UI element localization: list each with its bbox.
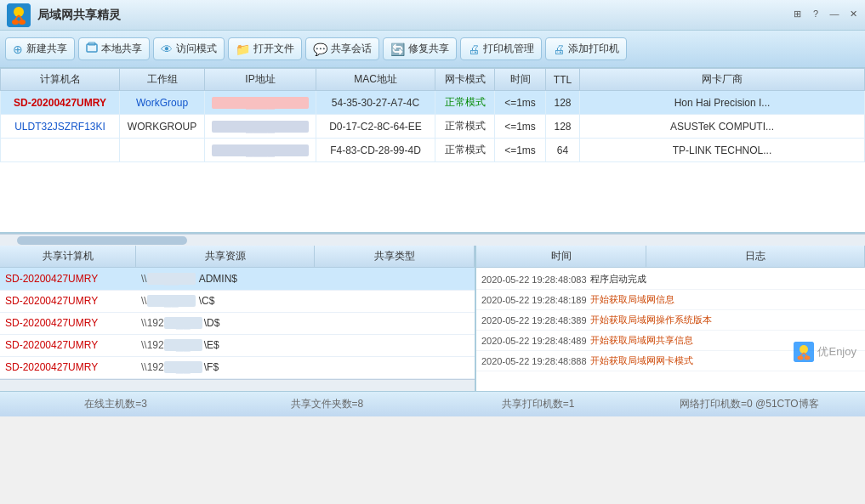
printer-mgmt-button[interactable]: 🖨 打印机管理 [460, 37, 542, 60]
add-printer-icon: 🖨 [553, 42, 565, 56]
share-row[interactable]: SD-20200427UMRY \\██ADMIN$ [0, 268, 475, 290]
local-share-icon [86, 42, 98, 56]
lower-left-header: 共享计算机 共享资源 共享类型 [0, 246, 475, 268]
col-mode: 网卡模式 [435, 69, 495, 91]
cell-mode: 正常模式 [435, 115, 495, 139]
share-type [315, 312, 475, 334]
table-header-row: 计算机名 工作组 IP地址 MAC地址 网卡模式 时间 TTL 网卡厂商 [1, 69, 865, 91]
lower-left-hscroll[interactable] [0, 379, 475, 391]
header-shared-computer: 共享计算机 [0, 246, 136, 267]
upper-hscroll[interactable] [0, 234, 865, 246]
access-mode-icon: 👁 [161, 42, 173, 56]
lower-right-header: 时间 日志 [476, 246, 865, 268]
cell-time: <=1ms [495, 115, 546, 139]
header-time: 时间 [476, 246, 646, 267]
cell-computer [1, 139, 120, 162]
share-session-label: 共享会话 [331, 42, 372, 56]
share-computer: SD-20200427UMRY [0, 356, 136, 378]
lower-left-scroll[interactable]: SD-20200427UMRY \\██ADMIN$ SD-20200427UM… [0, 268, 475, 379]
table-row[interactable]: ULDT32JSZRF13KI WORKGROUP ████ D0-17-C2-… [1, 115, 865, 139]
log-container[interactable]: 2020-05-22 19:28:48:083 程序启动完成 2020-05-2… [476, 268, 865, 391]
col-time: 时间 [495, 69, 546, 91]
new-share-button[interactable]: ⊕ 新建共享 [5, 37, 75, 60]
watermark-logo [794, 342, 814, 362]
printer-mgmt-label: 打印机管理 [483, 42, 534, 56]
printer-mgmt-icon: 🖨 [468, 42, 480, 56]
log-message: 开始获取局域网操作系统版本 [590, 314, 860, 326]
cell-ttl: 128 [546, 115, 580, 139]
local-share-button[interactable]: 本地共享 [78, 37, 150, 60]
add-printer-button[interactable]: 🖨 添加打印机 [545, 37, 627, 60]
share-session-icon: 💬 [313, 42, 327, 56]
share-resource: \\192██\D$ [136, 312, 315, 334]
share-computer: SD-20200427UMRY [0, 290, 136, 312]
cell-time: <=1ms [495, 91, 546, 115]
table-row[interactable]: SD-20200427UMRY WorkGroup ████ 54-35-30-… [1, 91, 865, 115]
share-type [315, 356, 475, 378]
minimize-button[interactable]: — [826, 5, 843, 22]
upper-table-container: 计算机名 工作组 IP地址 MAC地址 网卡模式 时间 TTL 网卡厂商 SD-… [0, 68, 865, 234]
log-entry: 2020-05-22 19:28:48:189 开始获取局域网信息 [476, 290, 865, 310]
log-message: 程序启动完成 [590, 273, 860, 286]
share-type [315, 268, 475, 290]
cell-ip: ████ [205, 115, 316, 139]
header-shared-resource: 共享资源 [136, 246, 315, 267]
col-vendor: 网卡厂商 [580, 69, 865, 91]
log-timestamp: 2020-05-22 19:28:48:389 [481, 315, 587, 326]
title-bar: 局域网共享精灵 ⊞ ? — ✕ [0, 0, 865, 31]
lower-section: 共享计算机 共享资源 共享类型 SD-20200427UMRY \\██ADMI… [0, 246, 865, 391]
table-row[interactable]: ████ F4-83-CD-28-99-4D 正常模式 <=1ms 64 TP-… [1, 139, 865, 162]
cell-vendor: TP-LINK TECHNOL... [580, 139, 865, 162]
close-button[interactable]: ✕ [845, 5, 862, 22]
share-type [315, 290, 475, 312]
new-share-label: 新建共享 [26, 42, 67, 56]
open-file-icon: 📁 [236, 42, 250, 56]
share-computer: SD-20200427UMRY [0, 268, 136, 290]
cell-computer: ULDT32JSZRF13KI [1, 115, 120, 139]
help-button[interactable]: ? [807, 5, 824, 22]
cell-mode: 正常模式 [435, 139, 495, 162]
cell-vendor: ASUSTeK COMPUTI... [580, 115, 865, 139]
watermark-text: 优Enjoy [817, 344, 856, 360]
log-timestamp: 2020-05-22 19:28:48:888 [481, 356, 587, 366]
cell-ttl: 64 [546, 139, 580, 162]
open-file-button[interactable]: 📁 打开文件 [228, 37, 302, 60]
log-entry: 2020-05-22 19:28:48:389 开始获取局域网操作系统版本 [476, 310, 865, 331]
cell-time: <=1ms [495, 139, 546, 162]
cell-mac: 54-35-30-27-A7-4C [316, 91, 435, 115]
status-shared-printers: 共享打印机数=1 [433, 397, 644, 411]
cell-vendor: Hon Hai Precision I... [580, 91, 865, 115]
grid-button[interactable]: ⊞ [788, 5, 805, 22]
cell-mode: 正常模式 [435, 91, 495, 115]
share-row[interactable]: SD-20200427UMRY \\██\C$ [0, 290, 475, 312]
col-ip: IP地址 [205, 69, 316, 91]
log-entry: 2020-05-22 19:28:48:083 程序启动完成 [476, 269, 865, 290]
cell-workgroup: WORKGROUP [120, 115, 205, 139]
upper-hscroll-thumb[interactable] [17, 236, 187, 245]
share-row[interactable]: SD-20200427UMRY \\192██\D$ [0, 312, 475, 334]
window-controls: ⊞ ? — ✕ [788, 5, 862, 22]
col-computer: 计算机名 [1, 69, 120, 91]
share-resource: \\192██\E$ [136, 334, 315, 356]
header-log: 日志 [646, 246, 865, 267]
share-resource: \\██ADMIN$ [136, 268, 315, 290]
access-mode-button[interactable]: 👁 访问模式 [153, 37, 225, 60]
share-row[interactable]: SD-20200427UMRY \\192██\E$ [0, 334, 475, 356]
log-timestamp: 2020-05-22 19:28:48:083 [481, 275, 587, 285]
lower-left-panel: 共享计算机 共享资源 共享类型 SD-20200427UMRY \\██ADMI… [0, 246, 476, 391]
col-mac: MAC地址 [316, 69, 435, 91]
share-computer: SD-20200427UMRY [0, 334, 136, 356]
share-resource: \\192██\F$ [136, 356, 315, 378]
svg-point-3 [19, 20, 26, 25]
lower-right-panel: 时间 日志 2020-05-22 19:28:48:083 程序启动完成 202… [476, 246, 865, 391]
status-bar: 在线主机数=3 共享文件夹数=8 共享打印机数=1 网络打印机数=0 @51CT… [0, 391, 865, 416]
col-ttl: TTL [546, 69, 580, 91]
share-row[interactable]: SD-20200427UMRY \\192██\F$ [0, 356, 475, 378]
log-timestamp: 2020-05-22 19:28:48:489 [481, 336, 587, 346]
cell-ip: ████ [205, 139, 316, 162]
share-session-button[interactable]: 💬 共享会话 [305, 37, 379, 60]
cell-ttl: 128 [546, 91, 580, 115]
add-printer-label: 添加打印机 [568, 42, 619, 56]
status-online-hosts: 在线主机数=3 [10, 397, 221, 411]
repair-share-button[interactable]: 🔄 修复共享 [383, 37, 457, 60]
